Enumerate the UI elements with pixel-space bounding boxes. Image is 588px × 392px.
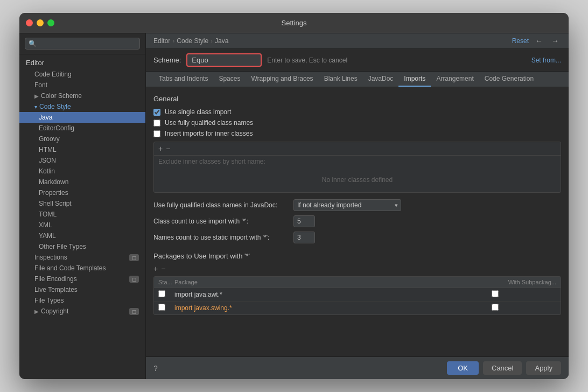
search-area[interactable] [19,33,145,54]
close-button[interactable] [26,19,33,26]
tab-tabs-and-indents[interactable]: Tabs and Indents [153,72,213,87]
tab-blank-lines[interactable]: Blank Lines [319,72,363,87]
window-title: Settings [282,19,307,27]
sidebar-item-other-file-types[interactable]: Other File Types [19,241,145,252]
remove-package-button[interactable]: − [161,264,165,273]
add-package-button[interactable]: + [153,264,158,273]
sidebar-items: Editor Code Editing Font ▶ Color Scheme … [19,54,145,379]
fully-qualified-checkbox[interactable] [153,120,160,127]
tab-javadoc[interactable]: JavaDoc [363,72,399,87]
sidebar-item-live-templates[interactable]: Live Templates [19,284,145,295]
class-count-label: Class count to use import with '*': [153,218,288,225]
single-class-import-checkbox[interactable] [153,109,160,116]
remove-inner-class-button[interactable]: − [166,144,170,153]
main-content: Editor › Code Style › Java Reset ← → Sch… [146,33,569,379]
option-fully-qualified-javadoc: Use fully qualified class names in JavaD… [153,199,561,211]
package-1-status-checkbox[interactable] [158,304,165,311]
reset-button[interactable]: Reset [512,37,529,45]
forward-button[interactable]: → [549,37,561,45]
class-count-input[interactable] [293,215,315,227]
sidebar-item-properties[interactable]: Properties [19,187,145,198]
sidebar-item-copyright[interactable]: ▶ Copyright ◻ [19,306,145,317]
help-icon[interactable]: ? [153,364,158,373]
add-inner-class-button[interactable]: + [158,144,163,153]
sidebar-item-yaml[interactable]: YAML [19,230,145,241]
package-row-1[interactable]: import javax.swing.* [154,302,561,314]
titlebar: Settings [19,13,569,33]
package-1-subpackage-checkbox[interactable] [492,304,499,311]
names-count-label: Names count to use static import with '*… [153,234,288,241]
scheme-input[interactable] [186,53,262,67]
main-header: Editor › Code Style › Java Reset ← → [146,33,569,49]
sidebar-item-file-encodings[interactable]: File Encodings ◻ [19,274,145,284]
breadcrumb-sep-1: › [172,37,174,45]
cancel-button[interactable]: Cancel [483,361,522,375]
scheme-row: Scheme: Enter to save, Esc to cancel Set… [146,49,569,72]
checkbox-insert-imports[interactable]: Insert imports for inner classes [153,130,561,137]
sidebar-item-color-scheme[interactable]: ▶ Color Scheme [19,90,145,101]
sidebar-item-code-style[interactable]: ▾ Code Style [19,101,145,112]
search-input[interactable] [25,38,140,50]
inner-classes-empty: No inner classes defined [154,167,561,192]
sidebar-item-html[interactable]: HTML [19,144,145,155]
inner-classes-toolbar: + − [154,142,561,156]
content-area: General Use single class import Use full… [146,87,569,356]
breadcrumb-java: Java [215,37,228,45]
header-actions: Reset ← → [512,37,561,45]
sidebar-item-groovy[interactable]: Groovy [19,134,145,144]
maximize-button[interactable] [47,19,54,26]
package-0-status-checkbox[interactable] [158,290,165,297]
packages-section: Packages to Use Import with '*' + − Sta.… [153,252,561,315]
sidebar-item-code-editing[interactable]: Code Editing [19,69,145,80]
sidebar-item-shell-script[interactable]: Shell Script [19,198,145,209]
sidebar-item-editorconfig[interactable]: EditorConfig [19,123,145,134]
general-title: General [153,95,561,103]
inspections-badge: ◻ [129,254,139,261]
checkbox-fully-qualified[interactable]: Use fully qualified class names [153,119,561,127]
chevron-right-icon: ▶ [34,93,39,99]
sidebar-item-file-and-code-templates[interactable]: File and Code Templates [19,263,145,274]
sidebar-item-font[interactable]: Font [19,80,145,90]
ok-button[interactable]: OK [447,361,479,375]
breadcrumb: Editor › Code Style › Java [153,37,228,45]
sidebar-item-kotlin[interactable]: Kotlin [19,166,145,177]
insert-imports-checkbox[interactable] [153,130,160,137]
chevron-down-icon: ▾ [34,104,37,110]
fully-qualified-label: Use fully qualified class names [165,119,253,127]
sidebar-item-file-types[interactable]: File Types [19,295,145,306]
col-status: Sta... [158,279,174,285]
packages-header: Sta... Package With Subpackag... [154,277,561,288]
settings-window: Settings Editor Code Editing Font ▶ Colo… [19,13,569,379]
minimize-button[interactable] [37,19,44,26]
sidebar-item-toml[interactable]: TOML [19,209,145,220]
tab-imports[interactable]: Imports [398,72,431,87]
traffic-lights [26,19,54,26]
sidebar-item-json[interactable]: JSON [19,155,145,166]
apply-button[interactable]: Apply [526,361,561,375]
package-0-name: import java.awt.* [174,291,492,298]
sidebar-item-markdown[interactable]: Markdown [19,177,145,187]
file-encodings-badge: ◻ [129,276,139,283]
tab-arrangement[interactable]: Arrangement [431,72,479,87]
tab-code-generation[interactable]: Code Generation [479,72,539,87]
inner-classes-box: + − Exclude inner classes by short name:… [153,142,561,193]
breadcrumb-code-style: Code Style [177,37,208,45]
col-subpackage: With Subpackag... [492,279,556,285]
fully-qualified-javadoc-select-wrap[interactable]: If not already imported Always Never [293,199,401,211]
breadcrumb-sep-2: › [211,37,213,45]
fully-qualified-javadoc-label: Use fully qualified class names in JavaD… [153,201,288,209]
fully-qualified-javadoc-select[interactable]: If not already imported Always Never [293,199,401,211]
sidebar-item-java[interactable]: Java [19,112,145,123]
checkbox-single-class-import[interactable]: Use single class import [153,108,561,116]
package-0-subpackage-checkbox[interactable] [492,290,499,297]
sidebar-section-editor[interactable]: Editor [19,57,145,69]
back-button[interactable]: ← [533,37,545,45]
sidebar-item-xml[interactable]: XML [19,220,145,230]
footer-buttons: OK Cancel Apply [447,361,561,375]
sidebar-item-inspections[interactable]: Inspections ◻ [19,252,145,263]
package-row-0[interactable]: import java.awt.* [154,288,561,302]
set-from-link[interactable]: Set from... [531,57,561,64]
tab-spaces[interactable]: Spaces [213,72,246,87]
tab-wrapping-and-braces[interactable]: Wrapping and Braces [246,72,318,87]
names-count-input[interactable] [293,232,315,243]
